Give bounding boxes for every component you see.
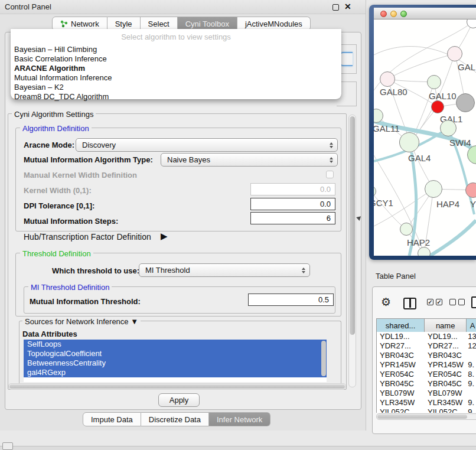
- unchecked-checkbox-icon[interactable]: [458, 299, 465, 305]
- mi-steps-field[interactable]: 6: [250, 212, 335, 224]
- aracne-mode-combobox[interactable]: Discovery: [76, 138, 338, 152]
- network-node-label: SWI4: [449, 138, 471, 148]
- network-node-label: GAL4: [408, 153, 431, 163]
- minimize-traffic-light-icon[interactable]: [390, 11, 397, 17]
- kernel-width-label: Kernel Width (0,1):: [24, 186, 92, 195]
- checked-checkbox-icon[interactable]: ✓: [427, 299, 433, 305]
- dpi-tolerance-label: DPI Tolerance [0,1]:: [24, 201, 94, 210]
- network-node-swi4[interactable]: [440, 120, 457, 136]
- aracne-mode-value: Discovery: [82, 141, 116, 149]
- table-row[interactable]: YDL19... YDL19... 13: [377, 332, 476, 341]
- apply-button[interactable]: Apply: [158, 393, 200, 407]
- algorithm-option[interactable]: Basic Correlation Inference: [13, 54, 339, 64]
- algorithm-option-selected[interactable]: ARACNE Algorithm: [13, 64, 339, 73]
- table-row[interactable]: YBR045C YBR045C 9.: [377, 379, 476, 389]
- checked-checkbox-icon[interactable]: ✓: [436, 299, 442, 305]
- expand-arrow-icon[interactable]: ▶: [161, 231, 168, 242]
- tab-label: Impute Data: [91, 415, 133, 424]
- mi-threshold-field[interactable]: 0.5: [248, 294, 334, 306]
- network-node-gal10[interactable]: [427, 75, 441, 89]
- unchecked-checkbox-icon[interactable]: [449, 299, 456, 305]
- settings-horizontal-scrollbar[interactable]: [8, 383, 346, 390]
- settings-vertical-scrollbar[interactable]: [348, 115, 356, 387]
- bottom-status-strip: [0, 446, 476, 450]
- tab-infer-network[interactable]: Infer Network: [209, 412, 270, 426]
- split-columns-icon[interactable]: [403, 298, 416, 309]
- table-body[interactable]: YDL19... YDL19... 13 YDR27... YDR27... 1…: [377, 332, 476, 413]
- tab-label: Style: [115, 19, 132, 28]
- table-row[interactable]: YIL052C YIL052C 9: [377, 407, 476, 413]
- network-node-hap2[interactable]: [400, 223, 413, 236]
- network-node-gal1[interactable]: [431, 100, 444, 113]
- network-canvas[interactable]: GALGAL80GAL10GAL1GAL11SWI4GAL4GCY1HAP4YH…: [374, 19, 476, 256]
- control-panel-title: Control Panel: [5, 2, 51, 11]
- mi-algorithm-type-combobox[interactable]: Naive Bayes: [161, 153, 338, 167]
- mi-algorithm-type-label: Mutual Information Algorithm Type:: [24, 155, 153, 164]
- algorithm-option[interactable]: Dream8 DC_TDC Algorithm: [13, 92, 339, 102]
- manual-kernel-width-label: Manual Kernel Width Definition: [24, 171, 137, 180]
- table-row[interactable]: YBR043C YBR043C: [377, 351, 476, 360]
- network-node-gal80[interactable]: [380, 71, 395, 87]
- gear-icon[interactable]: ⚙: [381, 296, 391, 308]
- focused-combobox-fragment: [340, 52, 353, 66]
- network-node-label: HAP4: [436, 199, 459, 209]
- threshold-definition-title: Threshold Definition: [20, 249, 93, 258]
- kernel-width-field[interactable]: 0.0: [250, 183, 335, 195]
- network-node-gal4[interactable]: [399, 132, 419, 152]
- network-node-gal[interactable]: [447, 46, 462, 61]
- data-attributes-list[interactable]: SelfLoopsTopologicalCoefficientBetweenne…: [24, 340, 327, 382]
- control-panel-titlebar: Control Panel ✕: [0, 0, 366, 14]
- table-panel: ⚙ ✓ ✓ shared... name A YDL19... YDL19...…: [372, 286, 476, 434]
- which-threshold-label: Which threshold to use:: [52, 266, 139, 275]
- table-row[interactable]: YER054C YER054C 8.: [377, 370, 476, 379]
- table-row[interactable]: YLR345W YLR345W 9.: [377, 398, 476, 407]
- dpi-tolerance-field[interactable]: 0.0: [250, 198, 335, 210]
- algorithm-option[interactable]: Bayesian – Hill Climbing: [13, 45, 339, 54]
- column-header-partial[interactable]: A: [467, 319, 476, 332]
- close-traffic-light-icon[interactable]: [380, 11, 387, 17]
- which-threshold-value: MI Threshold: [145, 266, 190, 275]
- algorithm-option[interactable]: Bayesian – K2: [13, 83, 339, 92]
- hub-definition-label: Hub/Transcription Factor Definition: [24, 232, 151, 242]
- mi-steps-label: Mutual Information Steps:: [24, 217, 118, 226]
- network-node[interactable]: [418, 247, 431, 256]
- attribute-item-selected[interactable]: SelfLoops: [24, 340, 327, 349]
- which-threshold-combobox[interactable]: MI Threshold: [139, 263, 310, 277]
- algorithm-option[interactable]: Mutual Information Inference: [13, 73, 339, 83]
- float-window-icon[interactable]: [332, 4, 339, 11]
- attribute-item-selected[interactable]: TopologicalCoefficient: [24, 349, 327, 358]
- tab-discretize-data[interactable]: Discretize Data: [141, 412, 209, 426]
- document-icon[interactable]: [471, 296, 476, 308]
- attribute-item-selected[interactable]: gal4RGexp: [24, 368, 327, 377]
- table-horizontal-scrollbar[interactable]: [376, 413, 476, 420]
- tab-label: Cyni Toolbox: [185, 19, 229, 28]
- tab-label: Discretize Data: [149, 415, 201, 424]
- attribute-list-scrollbar[interactable]: [321, 341, 326, 376]
- table-row[interactable]: YPR145W YPR145W 9.: [377, 360, 476, 370]
- tab-impute-data[interactable]: Impute Data: [83, 412, 141, 426]
- stepper-arrows-icon: [330, 154, 333, 166]
- table-row[interactable]: YBL079W YBL079W: [377, 389, 476, 398]
- close-panel-icon[interactable]: ✕: [344, 2, 351, 11]
- table-row[interactable]: YDR27... YDR27... 12: [377, 341, 476, 351]
- manual-kernel-width-checkbox[interactable]: [326, 171, 334, 178]
- collapse-triangle-icon[interactable]: ▼: [131, 317, 138, 326]
- tab-label: Select: [148, 19, 169, 28]
- stepper-arrows-icon: [330, 139, 333, 151]
- network-view-window: GALGAL80GAL10GAL1GAL11SWI4GAL4GCY1HAP4YH…: [369, 5, 476, 260]
- network-node-label: GAL11: [374, 123, 400, 133]
- popup-placeholder: Select algorithm to view settings: [11, 32, 341, 41]
- column-header-name[interactable]: name: [425, 319, 467, 332]
- column-header-shared[interactable]: shared...: [377, 319, 425, 332]
- stepper-arrows-icon: [302, 264, 305, 276]
- attribute-item-selected[interactable]: BetweennessCentrality: [24, 358, 327, 368]
- bottom-left-collapsed-button[interactable]: [2, 442, 13, 450]
- network-node[interactable]: [456, 93, 475, 112]
- data-attributes-label: Data Attributes: [22, 330, 77, 338]
- network-node-hap4[interactable]: [425, 180, 442, 198]
- mi-threshold-group-title: MI Threshold Definition: [28, 283, 112, 292]
- network-node-label: Y: [470, 199, 476, 209]
- mi-threshold-label: Mutual Information Threshold:: [30, 297, 141, 306]
- zoom-traffic-light-icon[interactable]: [400, 11, 407, 17]
- network-node-label: GCY1: [374, 198, 393, 208]
